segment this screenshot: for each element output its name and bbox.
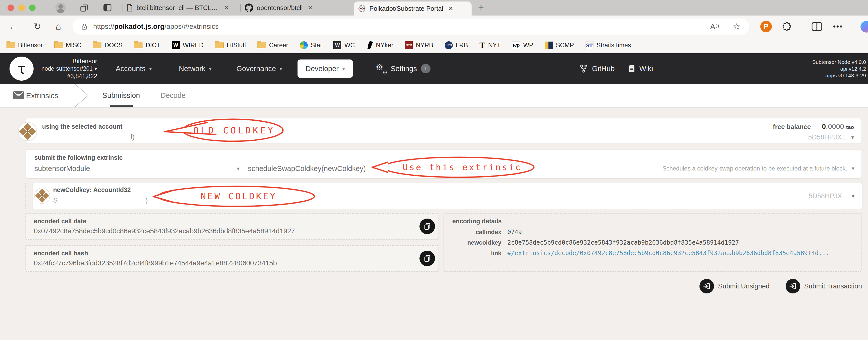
menu-accounts[interactable]: Accounts▾ xyxy=(116,65,152,73)
bookmark-dict[interactable]: DICT xyxy=(134,41,160,49)
read-aloud-icon[interactable]: A xyxy=(710,22,719,31)
tab-title: opentensor/btcli xyxy=(257,4,303,12)
straitstimes-icon: ST xyxy=(586,41,593,49)
bookmark-wc[interactable]: WWC xyxy=(333,41,355,49)
toolbar-divider xyxy=(802,22,802,32)
menu-developer-active[interactable]: Developer▾ xyxy=(298,60,353,78)
free-balance-label: free balance xyxy=(773,123,811,131)
github-link[interactable]: GitHub xyxy=(580,64,615,73)
balance-fraction: .0000 xyxy=(826,122,844,130)
bookmark-stat[interactable]: Stat xyxy=(300,41,322,49)
annotation-new-coldkey: NEW COLDKEY xyxy=(147,184,322,208)
encoded-call-hash-box: encoded call hash 0x24fc27c796be3fdd3235… xyxy=(25,245,439,272)
bookmark-straitstimes[interactable]: STStraitsTimes xyxy=(586,41,631,49)
url-host: polkadot.js.org xyxy=(114,23,164,30)
url-bar[interactable]: https://polkadot.js.org/apps/#/extrinsic… xyxy=(73,19,749,35)
back-button[interactable]: ← xyxy=(9,21,18,32)
tab-close-icon[interactable]: ✕ xyxy=(447,5,455,12)
extension-p-icon[interactable]: P xyxy=(760,21,772,32)
bookmark-scmp[interactable]: SCMP xyxy=(545,41,574,49)
decode-link[interactable]: #/extrinsics/decode/0x07492c8e758dec5b9c… xyxy=(507,250,830,257)
breadcrumb-chevron xyxy=(74,84,89,107)
document-icon xyxy=(126,4,133,11)
module-name: subtensorModule xyxy=(34,164,90,173)
method-description[interactable]: Schedules a coldkey swap operation to be… xyxy=(662,165,855,172)
bookmark-career[interactable]: Career xyxy=(257,41,288,49)
traffic-light-zoom[interactable] xyxy=(29,4,36,11)
split-screen-icon[interactable] xyxy=(811,22,823,31)
submit-unsigned-button[interactable]: Submit Unsigned xyxy=(700,279,770,293)
reload-button[interactable]: ↻ xyxy=(34,21,41,32)
account-address-dropdown[interactable]: 5D58HPJX... ▾ xyxy=(808,133,854,141)
new-tab-button[interactable]: + xyxy=(478,2,484,13)
annotation-use-this-extrinsic: Use this extrinsic xyxy=(370,156,543,180)
active-tab-underline xyxy=(110,105,133,107)
traffic-light-minimize[interactable] xyxy=(18,4,25,11)
bookmark-misc[interactable]: MISC xyxy=(54,41,82,49)
tab-opentensor-github[interactable]: opentensor/btcli ✕ xyxy=(241,0,351,16)
copy-call-hash-button[interactable] xyxy=(420,251,435,266)
param-identicon[interactable] xyxy=(34,188,50,204)
portal-header: τ Bittensor node-subtensor/201 ▾ #3,841,… xyxy=(0,53,868,84)
method-select[interactable]: scheduleSwapColdkey(newColdkey) xyxy=(248,164,366,173)
tab-submission[interactable]: Submission xyxy=(102,84,140,107)
more-menu-icon[interactable]: ••• xyxy=(833,22,843,31)
settings-badge: 1 xyxy=(421,64,431,73)
tab-close-icon[interactable]: ✕ xyxy=(223,4,231,11)
tab-close-icon[interactable]: ✕ xyxy=(306,4,314,11)
wp-icon: wp xyxy=(512,41,520,49)
extrinsics-envelope-icon xyxy=(13,91,24,100)
bookmark-nyrb[interactable]: NYRNYRB xyxy=(405,41,433,49)
module-select[interactable]: subtensorModule ▾ xyxy=(34,164,240,173)
browser-profile-icon[interactable] xyxy=(55,2,66,13)
url-text: https://polkadot.js.org/apps/#/extrinsic… xyxy=(93,23,219,31)
encoding-details-title: encoding details xyxy=(452,218,502,225)
home-button[interactable]: ⌂ xyxy=(56,21,61,32)
account-identicon[interactable] xyxy=(18,122,37,141)
bookmark-nyt[interactable]: TNYT xyxy=(479,41,501,49)
menu-governance[interactable]: Governance▾ xyxy=(237,65,282,73)
settings-button[interactable]: ⚙⚙ Settings 1 xyxy=(376,63,431,74)
tab-overview-icon[interactable] xyxy=(80,3,89,12)
detail-row-newcoldkey: newcoldkey 2c8e758dec5b9cd0c86e932ce5843… xyxy=(452,239,830,250)
bookmark-docs[interactable]: DOCS xyxy=(93,41,122,49)
tab-polkadot-portal[interactable]: Polkadot/Substrate Portal ✕ xyxy=(354,1,471,16)
bookmark-wired[interactable]: WWIRED xyxy=(172,41,204,49)
menu-network[interactable]: Network▾ xyxy=(179,65,212,73)
block-number: #3,841,822 xyxy=(30,72,97,80)
gear-icon: ⚙⚙ xyxy=(376,63,387,74)
polkadot-icon xyxy=(358,4,366,12)
bookmark-wp[interactable]: wpWP xyxy=(512,41,533,49)
folder-icon xyxy=(257,42,266,48)
sidebar-toggle-icon[interactable] xyxy=(103,3,112,12)
copy-call-data-button[interactable] xyxy=(420,219,435,234)
sign-in-icon xyxy=(785,279,800,293)
folder-icon xyxy=(6,42,15,48)
wiki-link[interactable]: Wiki xyxy=(628,65,653,73)
copy-icon xyxy=(423,222,431,230)
bookmark-bittensor[interactable]: Bittensor xyxy=(6,41,43,49)
tab-title: btcli.bittensor_cli — BTCLI Docs xyxy=(136,4,219,12)
balance-unit: tao xyxy=(846,124,854,130)
submit-transaction-button[interactable]: Submit Transaction xyxy=(785,279,862,293)
encoded-call-data-value: 0x07492c8e758dec5b9cd0c86e932ce5843f932a… xyxy=(34,227,295,235)
extensions-puzzle-icon[interactable] xyxy=(782,22,792,32)
encoded-call-hash-value: 0x24fc27c796be3fdd323528f7d2c84f8999b1e7… xyxy=(34,259,277,267)
param-address-dropdown[interactable]: 5D58HPJX... ▾ xyxy=(809,192,855,200)
favorite-star-icon[interactable]: ☆ xyxy=(733,21,741,32)
tab-decode[interactable]: Decode xyxy=(160,84,186,107)
bookmark-lrb[interactable]: LRBLRB xyxy=(445,41,468,49)
chevron-down-icon: ▾ xyxy=(209,65,212,72)
screenshot-root: btcli.bittensor_cli — BTCLI Docs ✕ opent… xyxy=(0,0,868,340)
tab-btcli-docs[interactable]: btcli.bittensor_cli — BTCLI Docs ✕ xyxy=(122,0,240,16)
svg-text:Use this extrinsic: Use this extrinsic xyxy=(403,162,522,172)
traffic-light-close[interactable] xyxy=(7,4,14,11)
folder-icon xyxy=(93,42,101,48)
chevron-down-icon: ▾ xyxy=(852,165,855,172)
wc-icon: W xyxy=(333,41,341,49)
bookmark-litstuff[interactable]: LitStuff xyxy=(215,41,246,49)
chain-info[interactable]: Bittensor node-subtensor/201 ▾ #3,841,82… xyxy=(30,57,97,80)
chevron-down-icon: ▾ xyxy=(94,65,97,72)
bookmark-nyker[interactable]: NYker xyxy=(366,41,393,49)
svg-text:NEW COLDKEY: NEW COLDKEY xyxy=(200,191,277,201)
